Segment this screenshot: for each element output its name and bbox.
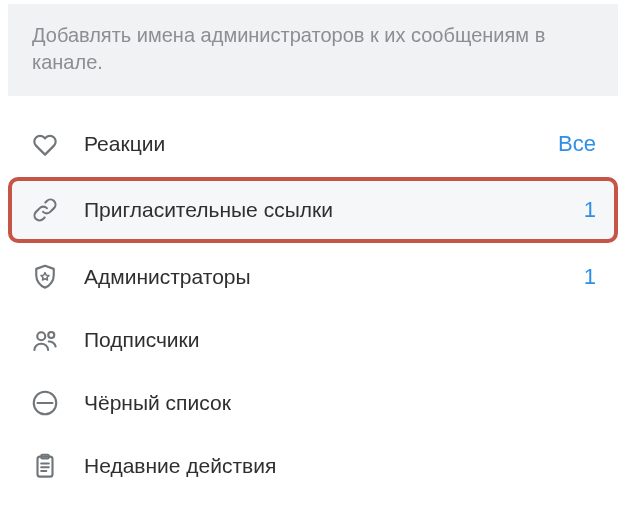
settings-panel: Добавлять имена администраторов к их соо… xyxy=(0,0,626,505)
shield-star-icon xyxy=(30,262,60,292)
settings-item-value: 1 xyxy=(584,197,596,223)
settings-list: Реакции Все Пригласительные ссылки 1 Адм… xyxy=(8,112,618,497)
users-icon xyxy=(30,325,60,355)
settings-item-label: Подписчики xyxy=(84,328,596,352)
info-text: Добавлять имена администраторов к их соо… xyxy=(32,22,594,76)
settings-item-label: Чёрный список xyxy=(84,391,596,415)
settings-item-label: Пригласительные ссылки xyxy=(84,198,584,222)
heart-icon xyxy=(30,129,60,159)
svg-point-1 xyxy=(48,332,54,338)
settings-item-label: Администраторы xyxy=(84,265,584,289)
settings-item-admins[interactable]: Администраторы 1 xyxy=(8,245,618,308)
settings-item-subscribers[interactable]: Подписчики xyxy=(8,308,618,371)
settings-item-invite-links[interactable]: Пригласительные ссылки 1 xyxy=(12,181,614,239)
settings-item-reactions[interactable]: Реакции Все xyxy=(8,112,618,175)
settings-item-value: Все xyxy=(558,131,596,157)
svg-point-0 xyxy=(37,332,45,340)
settings-item-label: Реакции xyxy=(84,132,558,156)
link-icon xyxy=(30,195,60,225)
settings-item-recent-actions[interactable]: Недавние действия xyxy=(8,434,618,497)
block-icon xyxy=(30,388,60,418)
settings-item-blacklist[interactable]: Чёрный список xyxy=(8,371,618,434)
settings-item-value: 1 xyxy=(584,264,596,290)
info-box: Добавлять имена администраторов к их соо… xyxy=(8,4,618,96)
clipboard-icon xyxy=(30,451,60,481)
settings-item-label: Недавние действия xyxy=(84,454,596,478)
highlight-invite-links: Пригласительные ссылки 1 xyxy=(8,177,618,243)
